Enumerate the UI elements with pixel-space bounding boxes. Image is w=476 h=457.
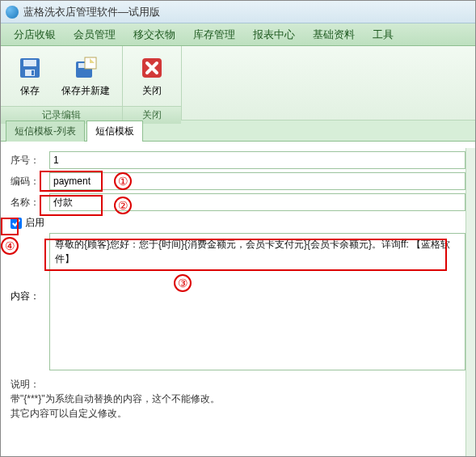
content-text: 尊敬的{顾客}您好：您于{时间}{消费金额元，会员卡支付元}{会员卡余额元}。详… bbox=[55, 239, 450, 264]
floppy-new-icon bbox=[73, 55, 99, 81]
tab-sms-template[interactable]: 短信模板 bbox=[86, 121, 143, 142]
vertical-scrollbar[interactable] bbox=[465, 148, 475, 456]
close-label: 关闭 bbox=[142, 84, 162, 98]
seq-label: 序号： bbox=[11, 154, 49, 167]
window-title: 蓝格洗衣店管理软件—试用版 bbox=[23, 5, 160, 19]
svg-rect-1 bbox=[23, 60, 36, 66]
enable-label: 启用 bbox=[25, 216, 44, 230]
explanation-block: 说明： 带"{***}"为系统自动替换的内容，这个不能修改。 其它内容可以自定义… bbox=[11, 377, 465, 421]
seq-input[interactable] bbox=[49, 151, 465, 169]
tab-sms-template-list[interactable]: 短信模板-列表 bbox=[6, 121, 85, 142]
name-input[interactable] bbox=[49, 193, 465, 211]
close-button[interactable]: 关闭 bbox=[128, 49, 176, 103]
save-new-label: 保存并新建 bbox=[61, 84, 110, 98]
content-textarea[interactable]: 尊敬的{顾客}您好：您于{时间}{消费金额元，会员卡支付元}{会员卡余额元}。详… bbox=[49, 233, 465, 370]
save-label: 保存 bbox=[20, 84, 40, 98]
save-button[interactable]: 保存 bbox=[6, 49, 54, 103]
ribbon-group-close: 关闭 关闭 bbox=[123, 46, 182, 120]
menu-basic-data[interactable]: 基础资料 bbox=[313, 28, 355, 42]
svg-rect-3 bbox=[32, 70, 34, 75]
close-icon bbox=[139, 55, 165, 81]
app-logo-icon bbox=[6, 6, 19, 19]
menu-reports[interactable]: 报表中心 bbox=[253, 28, 295, 42]
form-panel: 序号： 编码： 名称： 启用 内容： 尊敬的{顾客}您好：您于{时间}{消费金额… bbox=[1, 142, 475, 427]
ribbon-group-edit: 保存 保存并新建 记录编辑 bbox=[1, 46, 123, 120]
floppy-save-icon bbox=[17, 55, 43, 81]
menu-branch-cashier[interactable]: 分店收银 bbox=[14, 28, 56, 42]
ribbon-toolbar: 保存 保存并新建 记录编辑 关闭 关闭 bbox=[1, 46, 475, 121]
explain-label: 说明： bbox=[11, 377, 465, 391]
explain-line2: 其它内容可以自定义修改。 bbox=[11, 406, 465, 421]
menu-tools[interactable]: 工具 bbox=[373, 28, 394, 42]
enable-checkbox[interactable] bbox=[11, 218, 22, 229]
explain-line1: 带"{***}"为系统自动替换的内容，这个不能修改。 bbox=[11, 391, 465, 406]
menu-inventory[interactable]: 库存管理 bbox=[193, 28, 235, 42]
save-and-new-button[interactable]: 保存并新建 bbox=[54, 49, 117, 103]
title-bar: 蓝格洗衣店管理软件—试用版 bbox=[1, 1, 475, 23]
menu-member-mgmt[interactable]: 会员管理 bbox=[74, 28, 116, 42]
menu-transfer[interactable]: 移交衣物 bbox=[133, 28, 175, 42]
menu-bar: 分店收银 会员管理 移交衣物 库存管理 报表中心 基础资料 工具 bbox=[1, 23, 475, 46]
tab-strip: 短信模板-列表 短信模板 bbox=[1, 121, 475, 142]
code-input[interactable] bbox=[49, 172, 465, 190]
content-label: 内容： bbox=[11, 233, 49, 303]
code-label: 编码： bbox=[11, 175, 49, 188]
name-label: 名称： bbox=[11, 196, 49, 209]
